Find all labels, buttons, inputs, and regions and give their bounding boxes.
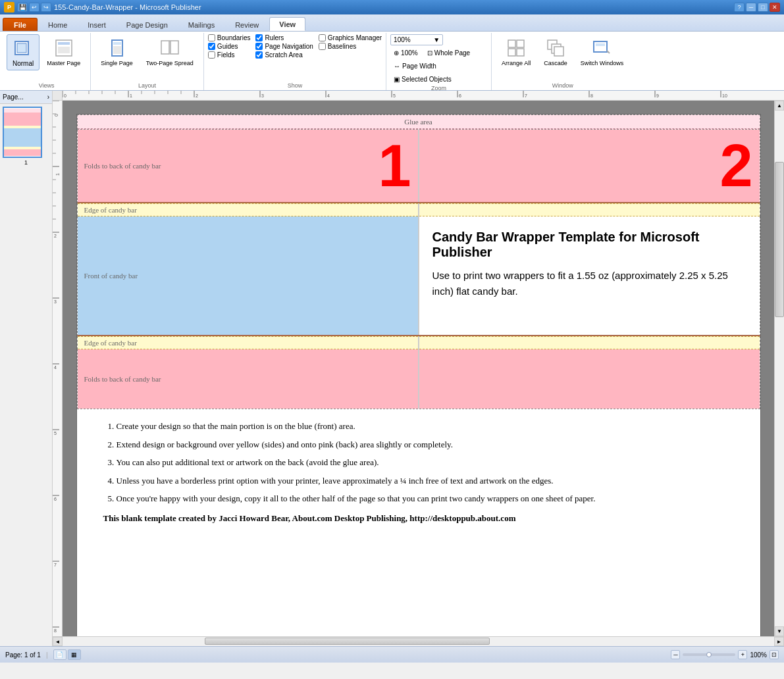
ruler-row: 0 1 2 3 4 5 6 7 — [53, 91, 784, 101]
svg-text:9: 9 — [656, 93, 659, 98]
horizontal-ruler: 0 1 2 3 4 5 6 7 — [63, 91, 784, 101]
checkbox-fields[interactable] — [208, 51, 215, 59]
scroll-down-arrow[interactable]: ▼ — [775, 626, 784, 636]
check-boundaries[interactable]: Boundaries — [208, 34, 251, 41]
zoom-out-btn[interactable]: ─ — [671, 650, 680, 659]
page-panel-label: Page... — [3, 93, 24, 101]
tab-file[interactable]: File — [3, 18, 38, 31]
zoom-in-btn[interactable]: + — [738, 650, 747, 659]
btn-zoom-100[interactable]: ⊕ 100% — [390, 47, 421, 59]
btn-switch-windows[interactable]: Switch Windows — [575, 34, 630, 70]
svg-rect-18 — [594, 41, 607, 52]
folds-back-label-1: Folds to back of candy bar — [84, 162, 161, 170]
btn-master-page[interactable]: Master Page — [41, 34, 86, 70]
svg-text:4: 4 — [54, 365, 57, 370]
edge-right-bottom — [419, 336, 760, 349]
checkbox-scratch-area[interactable] — [255, 51, 263, 59]
btn-single-page[interactable]: Single Page — [95, 34, 139, 70]
svg-text:5: 5 — [393, 93, 396, 98]
btn-arrange-all[interactable]: Arrange All — [496, 34, 536, 70]
master-page-label: Master Page — [47, 60, 80, 66]
app-title: 155-Candy-Bar-Wrapper - Microsoft Publis… — [54, 3, 201, 11]
ribbon-group-views: Normal Master Page Views — [3, 33, 91, 90]
status-divider: | — [46, 651, 48, 659]
instruction-4: Unless you have a borderless print optio… — [117, 474, 734, 488]
instructions-list: Create your design so that the main port… — [117, 420, 734, 505]
svg-rect-7 — [113, 46, 121, 54]
check-page-navigation[interactable]: Page Navigation — [255, 43, 313, 50]
scroll-up-arrow[interactable]: ▲ — [775, 101, 784, 111]
maximize-btn[interactable]: □ — [758, 3, 768, 12]
zoom-slider[interactable] — [683, 653, 735, 656]
svg-text:7: 7 — [54, 563, 57, 567]
scroll-thumb[interactable] — [775, 162, 784, 316]
check-graphics-manager[interactable]: Graphics Manager — [319, 34, 382, 41]
svg-rect-23 — [4, 126, 41, 128]
svg-rect-19 — [596, 43, 605, 46]
scroll-track[interactable] — [775, 111, 784, 626]
scroll-right-arrow[interactable]: ► — [774, 637, 784, 646]
view-btn-page[interactable]: 📄 — [53, 649, 66, 660]
thumbnail-item-1[interactable]: 1 — [0, 104, 52, 168]
checkbox-guides[interactable] — [208, 43, 215, 50]
checkbox-baselines[interactable] — [319, 43, 326, 50]
svg-text:1: 1 — [55, 173, 60, 176]
canvas-scroll[interactable]: Glue area Folds to back of candy bar 1 — [63, 101, 774, 636]
check-baselines[interactable]: Baselines — [319, 43, 382, 50]
undo-btn[interactable]: ↩ — [29, 3, 39, 12]
save-btn[interactable]: 💾 — [17, 3, 28, 12]
chevron-right-icon[interactable]: › — [47, 93, 49, 101]
tab-insert[interactable]: Insert — [78, 18, 116, 31]
vertical-ruler: 0 1 2 3 4 5 6 7 — [53, 101, 63, 636]
tab-view[interactable]: View — [269, 17, 305, 31]
vertical-scrollbar[interactable]: ▲ ▼ — [774, 101, 784, 636]
check-fields[interactable]: Fields — [208, 51, 251, 59]
redo-btn[interactable]: ↪ — [41, 3, 51, 12]
checkbox-rulers[interactable] — [255, 34, 263, 41]
svg-text:8: 8 — [54, 628, 57, 633]
check-scratch-area[interactable]: Scratch Area — [255, 51, 313, 59]
check-guides[interactable]: Guides — [208, 43, 251, 50]
master-page-icon — [53, 38, 74, 59]
svg-text:1: 1 — [130, 93, 132, 98]
minimize-btn[interactable]: ─ — [746, 3, 756, 12]
tab-mailings[interactable]: Mailings — [178, 18, 224, 31]
svg-rect-14 — [517, 49, 524, 56]
horizontal-scrollbar[interactable]: ◄ ► — [53, 636, 784, 646]
fit-page-btn[interactable]: ⊡ — [770, 650, 779, 659]
whole-page-icon: ⊡ — [427, 49, 432, 57]
svg-text:5: 5 — [54, 431, 57, 436]
tab-review[interactable]: Review — [225, 18, 269, 31]
svg-rect-22 — [4, 113, 41, 126]
zoom-slider-thumb[interactable] — [706, 652, 712, 657]
close-btn[interactable]: ✕ — [770, 3, 780, 12]
checkbox-graphics-manager[interactable] — [319, 34, 326, 41]
zoom-dropdown[interactable]: 100% ▼ — [390, 34, 443, 45]
svg-rect-17 — [554, 47, 563, 56]
check-rulers[interactable]: Rulers — [255, 34, 313, 41]
btn-selected-objects[interactable]: ▣ Selected Objects — [390, 74, 455, 85]
edge-right-top — [419, 203, 760, 216]
btn-two-page-spread[interactable]: Two-Page Spread — [140, 34, 199, 70]
show-group-label: Show — [288, 82, 303, 90]
folds-back-label-2: Folds to back of candy bar — [84, 375, 161, 383]
btn-normal[interactable]: Normal — [7, 34, 39, 70]
page-info: Page: 1 of 1 — [5, 651, 41, 659]
btn-whole-page[interactable]: ⊡ Whole Page — [424, 47, 473, 59]
svg-rect-26 — [4, 149, 41, 156]
two-page-spread-icon — [159, 38, 180, 59]
tab-home[interactable]: Home — [38, 18, 77, 31]
view-btn-normal[interactable]: ▦ — [68, 649, 81, 660]
scroll-left-arrow[interactable]: ◄ — [53, 637, 63, 646]
help-btn[interactable]: ? — [734, 3, 745, 12]
btn-cascade[interactable]: Cascade — [538, 34, 573, 70]
svg-text:2: 2 — [54, 234, 57, 238]
h-scroll-track[interactable] — [63, 637, 774, 646]
candy-desc: Use to print two wrappers to fit a 1.55 … — [432, 268, 746, 299]
btn-page-width[interactable]: ↔ Page Width — [390, 61, 440, 72]
tab-page-design[interactable]: Page Design — [117, 18, 178, 31]
h-scroll-thumb[interactable] — [205, 638, 489, 645]
front-right-cell: Candy Bar Wrapper Template for Microsoft… — [419, 216, 760, 335]
checkbox-page-navigation[interactable] — [255, 43, 263, 50]
checkbox-boundaries[interactable] — [208, 34, 215, 41]
